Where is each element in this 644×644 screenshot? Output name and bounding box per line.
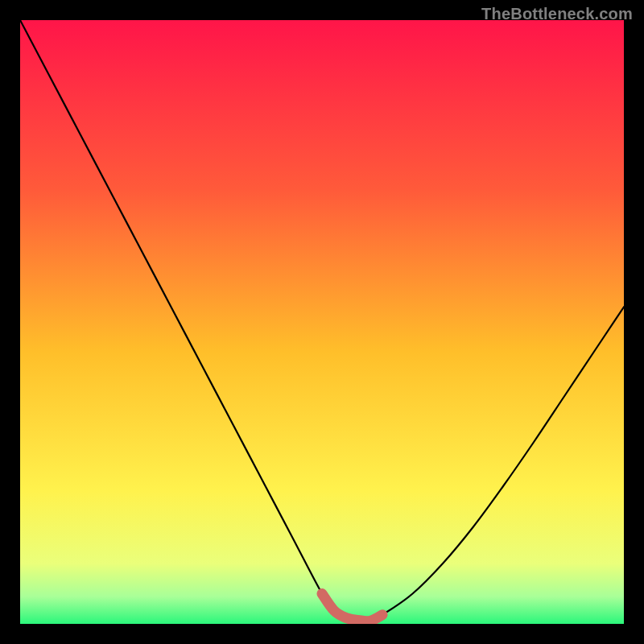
- plot-area: [20, 20, 624, 624]
- chart-stage: TheBottleneck.com: [0, 0, 644, 644]
- highlight-segment: [322, 594, 382, 621]
- bottleneck-curve: [20, 20, 624, 622]
- curve-layer: [20, 20, 624, 624]
